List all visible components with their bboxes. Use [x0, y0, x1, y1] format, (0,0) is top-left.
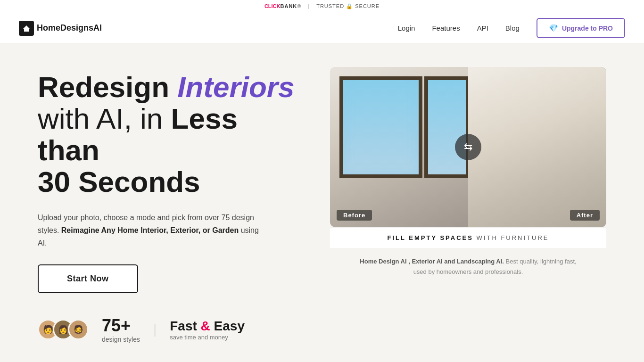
upgrade-label: Upgrade to PRO	[562, 25, 613, 32]
stat-divider: |	[153, 322, 157, 337]
avatar-group: 🧑 👩 🧔	[38, 319, 89, 340]
title-redesign: Redesign	[38, 71, 169, 103]
title-with-ai: with AI, in	[38, 102, 163, 135]
title-interiors: Interiors	[177, 71, 294, 103]
start-now-button[interactable]: Start Now	[38, 264, 138, 293]
hero-stats: 🧑 👩 🧔 75+ design styles | Fast & Easy sa…	[38, 316, 302, 343]
trust-bar: CLICKBANK® | TRUSTED 🔒 SECURE	[0, 0, 644, 13]
diamond-icon: 💎	[549, 24, 558, 33]
clickbank-logo: CLICKBANK®	[264, 3, 304, 9]
hero-right: Before After ⇆ FILL EMPTY SPACES WITH FU…	[330, 67, 606, 281]
fill-banner-pre: FILL EMPTY SPACES	[387, 234, 473, 241]
desc-reimagine: Reimagine Any Home Interior, Exterior, o…	[61, 226, 239, 234]
hero-title: Redesign Interiors with AI, in Less than…	[38, 72, 302, 198]
title-seconds: 30 Seconds	[38, 165, 200, 198]
stat-number: 75+	[102, 316, 140, 336]
secure-label: SECURE	[355, 3, 380, 9]
nav-links: Login Features API Blog 💎 Upgrade to PRO	[398, 18, 625, 38]
feature-text: Home Design AI , Exterior AI and Landsca…	[341, 248, 595, 281]
nav-login[interactable]: Login	[398, 24, 415, 32]
site-logo: HomeDesignsAI	[19, 21, 102, 36]
logo-icon	[19, 21, 34, 36]
room-after-panel: After	[468, 67, 606, 227]
hero-left: Redesign Interiors with AI, in Less than…	[38, 67, 302, 343]
nav-blog[interactable]: Blog	[505, 24, 520, 32]
hero-section: Redesign Interiors with AI, in Less than…	[0, 43, 644, 357]
fill-banner-with-text: WITH	[477, 234, 498, 241]
shuffle-button[interactable]: ⇆	[455, 134, 481, 160]
fast-easy-subtitle: save time and money	[170, 334, 245, 341]
nav-api[interactable]: API	[477, 24, 488, 32]
after-label: After	[570, 210, 600, 221]
shuffle-icon: ⇆	[464, 141, 472, 153]
nav-features[interactable]: Features	[432, 24, 460, 32]
before-label: Before	[337, 210, 372, 221]
fill-banner-post: FURNITURE	[501, 234, 549, 241]
room-image: Before After ⇆	[330, 67, 606, 227]
trusted-label: TRUSTED	[316, 3, 344, 9]
avatar-3: 🧔	[68, 319, 89, 340]
lock-icon: 🔒	[346, 3, 353, 9]
room-image-container: Before After ⇆	[330, 67, 606, 227]
fast-easy-block: Fast & Easy save time and money	[170, 319, 245, 341]
fill-empty-banner: FILL EMPTY SPACES WITH FURNITURE	[330, 227, 606, 248]
logo-text: HomeDesignsAI	[37, 23, 102, 33]
upgrade-button[interactable]: 💎 Upgrade to PRO	[537, 18, 625, 38]
trust-divider: |	[308, 3, 310, 9]
fast-easy-title: Fast & Easy	[170, 319, 245, 334]
main-nav: HomeDesignsAI Login Features API Blog 💎 …	[0, 13, 644, 43]
room-before-panel: Before	[330, 67, 468, 227]
feature-main: Home Design AI , Exterior AI and Landsca…	[360, 258, 504, 265]
stat-block: 75+ design styles	[102, 316, 140, 343]
stat-label: design styles	[102, 336, 140, 343]
hero-description: Upload your photo, choose a mode and pic…	[38, 211, 264, 250]
